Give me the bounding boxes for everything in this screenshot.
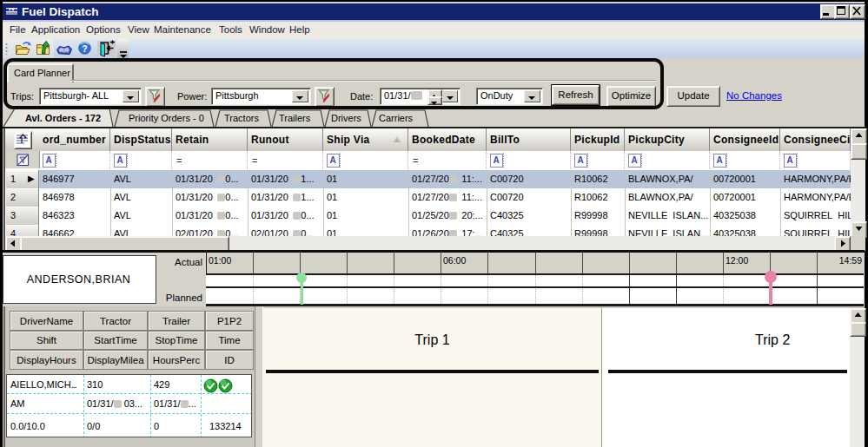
svg-text:?: ?	[82, 43, 87, 54]
svg-text:Carriers: Carriers	[379, 113, 414, 123]
svg-text:Priority Orders - 0: Priority Orders - 0	[129, 113, 204, 123]
svg-text:Avl. Orders - 172: Avl. Orders - 172	[25, 113, 101, 123]
svg-text:Trailers: Trailers	[279, 113, 311, 123]
svg-text:Tractors: Tractors	[224, 113, 259, 123]
svg-text:Drivers: Drivers	[331, 113, 361, 123]
